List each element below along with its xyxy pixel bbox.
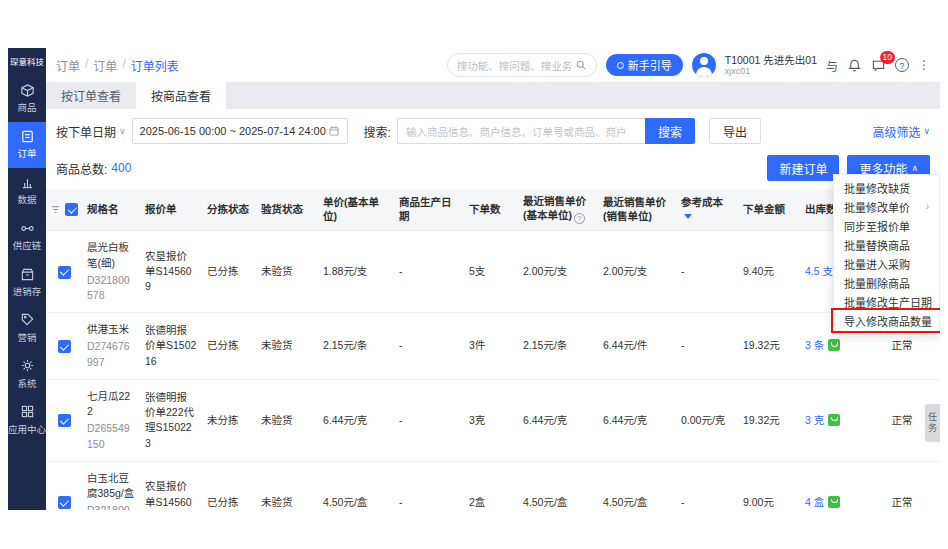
scale-icon[interactable]	[828, 414, 840, 426]
gear-icon	[20, 358, 35, 375]
spec-name[interactable]: 供港玉米	[87, 322, 135, 337]
row-checkbox[interactable]	[58, 496, 71, 509]
product-search-input[interactable]: 输入商品信息、商户信息、订单号或商品、商户	[397, 118, 645, 144]
spec-name[interactable]: 白玉北豆腐385g/盒	[87, 471, 135, 501]
sort-lines-icon[interactable]	[50, 204, 61, 215]
cell-production-date: -	[394, 231, 464, 313]
info-icon[interactable]: ?	[574, 213, 585, 224]
search-icon	[575, 59, 587, 71]
breadcrumb: 订单 / 订单 / 订单列表	[56, 57, 179, 74]
global-search-input[interactable]: 搜功能、搜问题、搜业务	[447, 53, 597, 77]
col-ref-cost: 参考成本	[676, 189, 738, 231]
row-checkbox[interactable]	[58, 340, 71, 353]
app-grid-icon	[20, 404, 35, 421]
menu-item-batch-replace-product[interactable]: 批量替换商品	[834, 235, 939, 254]
table-row: 供港玉米 D274676997 张德明报价单S150216 已分拣 未验货 2.…	[46, 313, 940, 380]
message-badge: 10	[880, 51, 895, 64]
col-recent-price-sale: 最近销售单价(销售单位)	[598, 189, 676, 231]
guide-button[interactable]: 新手引导	[606, 54, 683, 76]
more-options-icon[interactable]: ⋮	[918, 58, 930, 72]
cell-ref-cost: -	[676, 231, 738, 313]
new-order-button[interactable]: 新建订单	[767, 155, 839, 181]
cell-select	[46, 313, 82, 380]
tab-by-order[interactable]: 按订单查看	[46, 82, 136, 109]
cell-select	[46, 231, 82, 313]
col-sorting-status: 分拣状态	[202, 189, 256, 231]
task-tab[interactable]: 任务	[925, 404, 940, 442]
menu-item-batch-edit-production-date[interactable]: 批量修改生产日期	[834, 292, 939, 311]
select-all-checkbox[interactable]	[65, 203, 78, 216]
cell-recent-price-sale: 4.50元/盒	[598, 461, 676, 510]
user-name: T10001 先进先出01	[725, 54, 817, 66]
date-range-input[interactable]: 2025-06-15 00:00 ~ 2025-07-14 24:00	[132, 118, 348, 144]
advanced-filter-link[interactable]: 高级筛选 ∨	[872, 123, 930, 140]
sidebar-item-label: 数据	[17, 195, 36, 205]
user-meta[interactable]: T10001 先进先出01 xjxc01	[725, 54, 817, 76]
spec-code: D265549150	[87, 421, 135, 451]
cell-ref-cost: -	[676, 313, 738, 380]
search-button[interactable]: 搜索	[645, 118, 695, 144]
menu-item-batch-to-purchase[interactable]: 批量进入采购	[834, 254, 939, 273]
cell-recent-price-basic: 6.44元/克	[518, 379, 598, 461]
cell-recent-price-basic: 4.50元/盒	[518, 461, 598, 510]
cell-quote: 张德明报价单S150216	[140, 313, 202, 380]
help-icon[interactable]: ?	[895, 58, 909, 72]
row-checkbox[interactable]	[58, 266, 71, 279]
sidebar-item-products[interactable]: 商品	[8, 76, 46, 122]
row-checkbox[interactable]	[58, 414, 71, 427]
table-row: 晨光白板笔(细) D321800578 农垦报价单S145609 已分拣 未验货…	[46, 231, 940, 313]
sidebar-item-supply-chain[interactable]: 供应链	[8, 214, 46, 260]
menu-item-batch-edit-stockout[interactable]: 批量修改缺货	[834, 178, 939, 197]
sidebar-item-data[interactable]: 数据	[8, 168, 46, 214]
col-order-qty: 下单数	[464, 189, 518, 231]
export-button[interactable]: 导出	[709, 118, 761, 144]
topbar-right: 搜功能、搜问题、搜业务 新手引导 T10001 先进先出01 xjxc01 与	[447, 53, 930, 77]
menu-item-batch-delete-product[interactable]: 批量删除商品	[834, 273, 939, 292]
sidebar-item-label: 商品	[17, 103, 36, 113]
cell-ref-cost: 0.00元/克	[676, 379, 738, 461]
scale-icon[interactable]	[828, 496, 840, 508]
topbar: 订单 / 订单 / 订单列表 搜功能、搜问题、搜业务 新手引导 T10001 先…	[46, 48, 940, 82]
outbound-qty-link[interactable]: 3 克	[805, 414, 824, 426]
tab-by-product[interactable]: 按商品查看	[136, 82, 226, 109]
cell-sorting-status: 已分拣	[202, 313, 256, 380]
date-type-select[interactable]: 按下单日期 ∨	[56, 123, 126, 140]
chevron-up-icon: ∧	[911, 163, 918, 173]
table-row: 七月瓜222 D265549150 张德明报价单222代理S150223 未分拣…	[46, 379, 940, 461]
breadcrumb-orders[interactable]: 订单	[56, 57, 80, 74]
bar-chart-icon	[20, 175, 35, 192]
table-row: 白玉北豆腐385g/盒 D321800517 农垦报价单S145609 已分拣 …	[46, 461, 940, 510]
sidebar-item-inventory[interactable]: 进销存	[8, 260, 46, 306]
sidebar-item-orders[interactable]: 订单	[8, 122, 46, 168]
filter-icon[interactable]	[684, 214, 692, 219]
bell-icon[interactable]	[847, 58, 862, 73]
message-icon[interactable]: 10	[871, 58, 886, 73]
submenu-arrow-icon: ›	[926, 201, 929, 212]
cell-select	[46, 379, 82, 461]
sidebar-item-label: 应用中心	[8, 425, 46, 435]
col-production-date: 商品生产日期	[394, 189, 464, 231]
cell-order-amount: 9.00元	[738, 461, 800, 510]
spec-name[interactable]: 七月瓜222	[87, 389, 135, 419]
global-search-placeholder: 搜功能、搜问题、搜业务	[457, 58, 573, 73]
cell-order-amount: 19.32元	[738, 313, 800, 380]
order-list-icon	[20, 129, 35, 146]
scale-icon[interactable]	[828, 339, 840, 351]
header-select-cell	[46, 189, 82, 231]
spec-name[interactable]: 晨光白板笔(细)	[87, 240, 135, 270]
sidebar-item-marketing[interactable]: 营销	[8, 305, 46, 351]
outbound-qty-link[interactable]: 4 盒	[805, 496, 824, 508]
sidebar-item-system[interactable]: 系统	[8, 351, 46, 397]
menu-item-batch-edit-price[interactable]: 批量修改单价 ›	[834, 197, 939, 216]
col-inspection-status: 验货状态	[256, 189, 318, 231]
outbound-qty-link[interactable]: 4.5 支	[805, 265, 833, 277]
menu-item-sync-to-quote[interactable]: 同步至报价单	[834, 216, 939, 235]
outbound-qty-link[interactable]: 3 条	[805, 339, 824, 351]
cell-unit-price: 4.50元/盒	[318, 461, 394, 510]
menu-item-import-edit-product-qty[interactable]: 导入修改商品数量	[834, 311, 939, 330]
language-toggle-icon[interactable]: 与	[826, 57, 838, 74]
sidebar: 琛意科技 商品 订单 数据 供应链 进销存 营销 系统	[8, 48, 46, 510]
sidebar-item-app-center[interactable]: 应用中心	[8, 397, 46, 443]
breadcrumb-orders-2[interactable]: 订单	[93, 57, 117, 74]
avatar[interactable]	[692, 53, 716, 77]
